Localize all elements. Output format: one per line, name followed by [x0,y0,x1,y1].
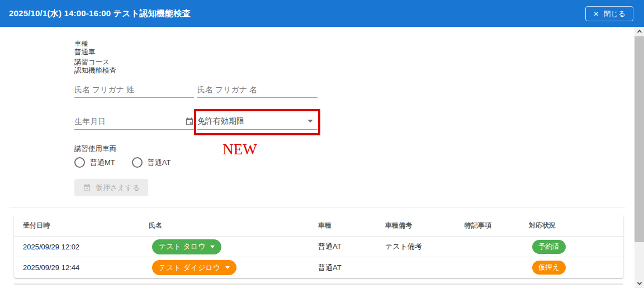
scroll-up-button[interactable] [634,27,644,36]
chevron-down-icon [307,120,313,122]
table-row: 2025/09/29 12:02 テスト タロウ 普通AT テスト備考 予約済 [14,237,623,257]
radio-option-at-label: 普通AT [148,158,171,168]
license-expiry-selected-value: 免許有効期限 [197,116,307,126]
cell-vehicle-note: テスト備考 [376,242,456,252]
radio-button-icon [132,157,143,168]
table-row: 2025/09/29 12:44 テスト ダイジロウ 普通AT 仮押え [14,257,623,278]
col-header-special-note: 特記事項 [456,221,520,230]
chevron-down-icon [637,280,641,285]
reservation-dialog: 2025/10/1(水) 14:00-16:00 テスト認知機能検査 ✕ 閉じる… [0,0,644,288]
birth-date-field-wrap [74,113,194,130]
radio-option-mt[interactable]: 普通MT [74,157,115,168]
col-header-vehicle-note: 車種備考 [376,221,456,230]
name-badge-dropdown[interactable]: テスト タロウ [152,239,221,254]
course-value: 認知機能検査 [74,66,116,75]
chevron-up-icon [637,30,641,34]
name-badge-label: テスト ダイジロウ [159,263,220,273]
cell-received-at: 2025/09/29 12:44 [14,263,140,272]
close-button-label: 閉じる [603,9,626,19]
section-divider [10,207,625,207]
cell-vehicle: 普通AT [309,263,376,273]
training-vehicle-label: 講習使用車両 [74,144,116,154]
license-expiry-select[interactable]: 免許有効期限 [197,113,318,130]
col-header-name: 氏名 [140,221,309,230]
vehicle-type-value: 普通車 [74,48,96,57]
close-button[interactable]: ✕ 閉じる [585,6,633,21]
kana-first-name-input[interactable] [197,85,318,94]
status-badge: 仮押え [532,261,566,275]
chevron-down-icon [225,266,230,269]
name-badge-label: テスト タロウ [159,242,205,252]
col-header-status: 対応状況 [520,221,623,230]
kana-last-name-input[interactable] [74,85,194,94]
table-body: 2025/09/29 12:02 テスト タロウ 普通AT テスト備考 予約済 … [14,237,623,278]
dialog-title: 2025/10/1(水) 14:00-16:00 テスト認知機能検査 [9,8,191,19]
dialog-header: 2025/10/1(水) 14:00-16:00 テスト認知機能検査 ✕ 閉じる [0,0,644,27]
scrollbar-thumb[interactable] [634,36,644,242]
cell-received-at: 2025/09/29 12:02 [14,243,140,251]
training-vehicle-radio-group: 普通MT 普通AT [74,157,171,168]
kana-first-name-field-wrap [197,81,318,98]
close-icon: ✕ [593,11,599,17]
calendar-plus-icon [83,183,91,192]
table-header-row: 受付日時 氏名 車種 車種備考 特記事項 対応状況 [14,215,623,237]
radio-button-icon [74,157,85,168]
radio-option-mt-label: 普通MT [90,158,115,168]
col-header-received-at: 受付日時 [14,221,140,230]
new-annotation-text: NEW [222,141,257,158]
kana-last-name-field-wrap [74,81,194,98]
chevron-down-icon [210,245,215,248]
col-header-vehicle: 車種 [309,221,376,230]
calendar-icon[interactable] [185,117,194,126]
tentative-hold-button[interactable]: 仮押さえする [74,179,148,196]
birth-date-input[interactable] [74,117,185,126]
status-badge: 予約済 [532,240,566,254]
radio-option-at[interactable]: 普通AT [132,157,171,168]
scroll-down-button[interactable] [634,279,644,288]
vertical-scrollbar[interactable] [634,27,644,288]
reservations-table-card: 受付日時 氏名 車種 車種備考 特記事項 対応状況 2025/09/29 12:… [14,215,623,278]
next-section-edge [14,284,623,285]
cell-vehicle: 普通AT [309,242,376,252]
name-badge-dropdown[interactable]: テスト ダイジロウ [152,260,236,275]
tentative-hold-button-label: 仮押さえする [96,183,140,193]
